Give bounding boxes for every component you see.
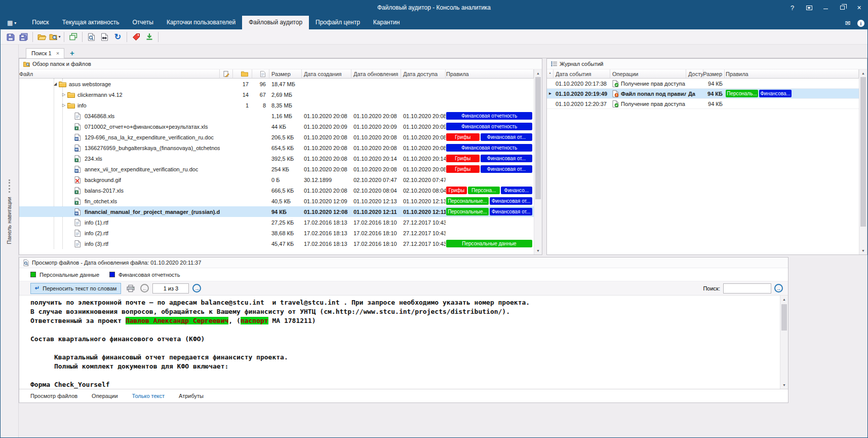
scroll-down-icon[interactable]: ▼ — [780, 381, 788, 389]
rule-badge[interactable]: Грифы — [446, 187, 467, 194]
scroll-up-icon[interactable]: ▲ — [780, 296, 788, 303]
scrollbar-thumb[interactable] — [860, 77, 866, 227]
save-button[interactable] — [4, 31, 17, 43]
rule-badge[interactable]: Грифы — [446, 155, 480, 162]
rule-badge[interactable]: Финансо... — [501, 187, 532, 194]
close-button[interactable]: × — [851, 1, 867, 15]
menu-tab-0[interactable]: Поиск — [25, 16, 55, 29]
column-row-marker[interactable]: * — [547, 69, 554, 79]
table-row[interactable]: Xfin_otchet.xls40,5 КБ01.10.2020 12:0901… — [19, 196, 534, 206]
expand-icon[interactable]: ▷ — [60, 103, 67, 107]
page-indicator[interactable]: 1 из 3 — [152, 283, 189, 294]
column-file-count[interactable] — [252, 69, 269, 79]
column-event-size[interactable]: Размер — [703, 69, 725, 79]
table-row[interactable]: 01.10.2020 20:17:38Получение прав доступ… — [547, 79, 859, 89]
preview-file-button[interactable] — [85, 31, 98, 43]
column-access[interactable]: Досту — [686, 69, 703, 79]
table-row[interactable]: info (2).rtf38,68 КБ17.02.2016 18:1317.0… — [19, 228, 534, 238]
rule-badge[interactable]: Финансовая от... — [481, 133, 532, 141]
rule-badge[interactable]: Грифы — [446, 165, 480, 173]
file-text-content[interactable]: получить по электронной почте – по адрес… — [19, 296, 780, 389]
preview-tab-0[interactable]: Просмотр файлов — [30, 393, 77, 399]
rule-badge[interactable]: Финансовая от... — [481, 165, 532, 173]
menu-tab-2[interactable]: Отчеты — [126, 16, 160, 29]
table-row[interactable]: 0346868.xls1,16 МБ01.10.2020 20:0801.10.… — [19, 111, 534, 121]
scroll-up-icon[interactable]: ▲ — [534, 69, 542, 77]
add-tab-button[interactable]: + — [64, 49, 80, 58]
table-row[interactable]: Wfinancial_manual_for_project_manager_(r… — [19, 206, 534, 217]
rule-badge[interactable]: Персональ... — [726, 90, 758, 97]
table-row[interactable]: ◢asus webstorage179618,47 МБ — [19, 79, 534, 89]
event-log-scrollbar[interactable]: ▲ ▼ — [859, 69, 867, 254]
rules-tag-button[interactable] — [130, 31, 142, 43]
mail-button[interactable]: ✉ — [841, 19, 854, 29]
folder-search-button[interactable]: ▾ — [49, 31, 61, 43]
table-row[interactable]: ▷clickermann v4.1214672,69 МБ — [19, 89, 534, 100]
rule-badge[interactable]: Персональные... — [446, 197, 489, 205]
find-in-files-button[interactable] — [98, 31, 111, 43]
rule-badge[interactable]: Финансовая от... — [490, 197, 532, 205]
column-folder-count[interactable] — [233, 69, 252, 79]
minimize-button[interactable] — [817, 1, 834, 15]
rule-badge[interactable]: Персональные... — [446, 208, 489, 215]
column-file[interactable]: Файл — [19, 69, 220, 79]
export-button[interactable] — [143, 31, 155, 43]
scrollbar-thumb[interactable] — [781, 304, 787, 331]
scroll-down-icon[interactable]: ▼ — [534, 247, 542, 254]
rule-badge[interactable]: Финансова... — [759, 90, 792, 97]
tab-search-1[interactable]: Поиск 1 × — [26, 48, 64, 58]
search-input[interactable] — [723, 283, 771, 294]
preview-tab-3[interactable]: Атрибуты — [179, 393, 204, 399]
info-button[interactable]: i — [854, 19, 867, 30]
help-button[interactable]: ? — [784, 1, 801, 15]
scrollbar-thumb[interactable] — [535, 77, 541, 199]
menu-tab-3[interactable]: Карточки пользователей — [160, 16, 242, 29]
table-row[interactable]: 01.10.2020 12:20:37Получение прав доступ… — [547, 99, 859, 109]
scrollbar-track[interactable] — [534, 77, 542, 247]
open-folder-button[interactable] — [35, 31, 48, 43]
menu-tab-1[interactable]: Текущая активность — [56, 16, 126, 29]
scroll-down-icon[interactable]: ▼ — [859, 247, 867, 254]
menu-tab-5[interactable]: Профайл центр — [309, 16, 367, 29]
wrap-text-button[interactable]: ↵ Переносить текст по словам — [30, 283, 121, 294]
save-all-button[interactable] — [17, 31, 30, 43]
menu-tab-4[interactable]: Файловый аудитор — [242, 16, 309, 29]
column-created[interactable]: Дата создания — [302, 69, 351, 79]
navigation-panel[interactable]: Панель навигации — [1, 45, 19, 437]
table-row[interactable]: info (3).rtf45,47 КБ17.02.2016 18:1317.0… — [19, 238, 534, 249]
rule-badge[interactable]: Персональные данные — [446, 240, 532, 247]
rule-badge[interactable]: Финансовая отчетность — [446, 112, 532, 120]
table-row[interactable]: X234.xls392,5 КБ01.10.2020 20:0801.10.20… — [19, 153, 534, 164]
rule-badge[interactable]: Грифы — [446, 133, 480, 141]
column-event-rules[interactable]: Правила — [725, 69, 859, 79]
column-event-date[interactable]: Дата события — [554, 69, 610, 79]
preview-scrollbar[interactable]: ▲ ▼ — [780, 296, 788, 389]
close-tab-icon[interactable]: × — [56, 50, 59, 56]
table-row[interactable]: Xbalans-2017.xls666,5 КБ01.10.2020 20:08… — [19, 185, 534, 196]
preview-tab-2[interactable]: Только текст — [132, 393, 165, 399]
print-button[interactable] — [125, 283, 137, 294]
column-size[interactable]: Размер — [269, 69, 302, 79]
file-list-scrollbar[interactable]: ▲ ▼ — [534, 69, 542, 254]
rule-badge[interactable]: Финансовая от... — [490, 208, 532, 215]
column-updated[interactable]: Дата обновления — [351, 69, 401, 79]
column-marker[interactable] — [220, 69, 233, 79]
refresh-button[interactable]: ↻ — [111, 31, 124, 43]
scroll-up-icon[interactable]: ▲ — [859, 69, 867, 77]
prev-page-button[interactable]: ← — [140, 284, 149, 293]
table-row[interactable]: info (1).rtf27,25 КБ17.02.2016 18:1317.0… — [19, 217, 534, 228]
rule-badge[interactable]: Персона... — [468, 187, 499, 194]
preview-tab-1[interactable]: Операции — [92, 393, 117, 399]
table-row[interactable]: ▷info188,35 МБ — [19, 100, 534, 111]
table-row[interactable]: background.gif0 Б30.12.189902.10.2020 07… — [19, 174, 534, 185]
table-row[interactable]: Wannex_vii_tor_expenditure_verification_… — [19, 164, 534, 174]
table-row[interactable]: W1366276959_buhgalterskaya_(finansovaya)… — [19, 142, 534, 153]
menu-tab-6[interactable]: Карантин — [367, 16, 406, 29]
table-row[interactable]: ►01.10.2020 20:19:49Файл попал под прави… — [547, 89, 859, 99]
expand-icon[interactable]: ▷ — [60, 92, 67, 97]
search-go-button[interactable]: → — [774, 284, 783, 293]
scrollbar-track[interactable] — [780, 303, 788, 381]
display-mode-button[interactable] — [801, 1, 817, 15]
column-rules[interactable]: Правила — [446, 69, 534, 79]
rule-badge[interactable]: Финансовая отчетность — [446, 144, 532, 152]
